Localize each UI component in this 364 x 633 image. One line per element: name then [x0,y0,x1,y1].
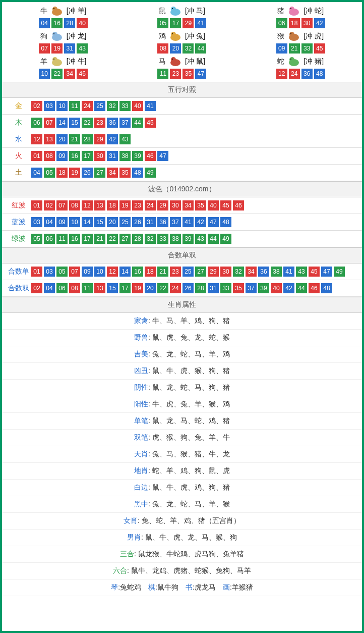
number-ball: 40 [271,283,282,293]
number-ball: 04 [39,18,50,28]
zodiac-name: 鼠 [159,7,166,16]
number-ball: 31 [64,43,75,54]
svg-point-8 [290,8,291,9]
table-row: 红波0102070812131819232429303435404546 [2,197,362,214]
zodiac-clash: [冲 龙] [67,32,87,41]
attr-value: 鼠牛、龙鸡、虎猪、蛇猴、兔狗、马羊 [131,566,251,574]
number-ball: 16 [69,151,80,161]
number-ball: 18 [289,18,300,28]
number-ball: 35 [183,69,194,79]
attr-value: 牛、马、羊、鸡、狗、猪 [152,316,230,325]
row-label: 绿波 [6,234,31,243]
number-ball: 18 [107,200,118,210]
svg-point-7 [289,7,294,12]
number-ball: 40 [77,18,88,28]
row-label: 木 [6,118,31,127]
attr-row: 三合: 鼠龙猴、牛蛇鸡、虎马狗、兔羊猪 [2,546,362,563]
number-ball: 24 [289,69,300,79]
number-ball: 04 [44,217,55,227]
number-ball: 08 [69,200,80,210]
number-ball: 17 [82,151,93,161]
attr-value: 牛、虎、兔、羊、猴、鸡 [152,400,230,408]
zodiac-cell: 羊[冲 牛]10223446 [4,55,123,80]
attr-row: 地肖: 蛇、羊、鸡、狗、鼠、虎 [2,463,362,480]
number-ball: 28 [132,234,143,244]
svg-point-10 [52,32,57,37]
zodiac-cell: 鼠[冲 马]05172941 [123,4,241,29]
number-ball: 26 [183,283,194,293]
zodiac-icon [168,30,183,42]
number-ball: 05 [157,18,168,28]
number-ball: 03 [31,217,42,227]
number-ball: 29 [157,200,168,210]
number-ball: 20 [107,217,118,227]
number-ball: 18 [145,267,156,277]
number-ball: 33 [301,43,313,54]
number-ball: 33 [220,283,231,293]
attr-row: 男肖: 鼠、牛、虎、龙、马、猴、狗 [2,530,362,546]
footer-value: 羊猴猪 [232,583,253,591]
attr-key: 六合 [113,566,127,574]
number-ball: 09 [56,151,68,161]
number-ball: 34 [246,267,257,277]
number-ball: 02 [44,200,55,210]
svg-point-13 [171,32,176,37]
number-ball: 30 [220,267,231,277]
number-ball: 47 [157,151,168,161]
number-ball: 39 [183,234,194,244]
number-ball: 43 [195,234,206,244]
attr-key: 阳性 [134,400,148,408]
number-ball: 19 [51,43,63,54]
table-row: 金02031011242532334041 [2,98,362,115]
attr-value: 鼠、牛、虎、猴、狗、猪 [152,366,230,375]
attr-value: 蛇、羊、鸡、狗、鼠、虎 [152,466,230,474]
number-ball: 44 [208,234,219,244]
zodiac-cell: 马[冲 鼠]11233547 [123,55,241,80]
table-row: 合数双0204060811131517192022242628313335373… [2,280,362,297]
number-ball: 45 [314,43,325,54]
number-ball: 02 [31,283,42,293]
number-ball: 40 [132,101,143,111]
bose-header: 波色（014902.com） [2,181,362,197]
number-ball: 15 [107,283,118,293]
number-ball: 12 [276,69,287,79]
zodiac-icon [49,56,65,68]
number-ball: 42 [107,134,118,144]
number-ball: 44 [296,283,307,293]
svg-point-14 [172,33,173,34]
number-ball: 30 [170,200,181,210]
attr-row: 阳性: 牛、虎、兔、羊、猴、鸡 [2,396,362,413]
svg-point-23 [172,59,173,60]
number-ball: 13 [94,200,105,210]
attr-value: 鼠、虎、兔、龙、蛇、猴 [152,333,230,341]
number-ball: 45 [220,200,231,210]
number-ball: 32 [233,267,244,277]
zodiac-clash: [冲 羊] [67,7,87,16]
number-ball: 46 [77,69,88,79]
zodiac-name: 猪 [277,7,284,16]
number-ball: 27 [94,168,105,178]
svg-point-1 [52,7,57,12]
zodiac-name: 猴 [277,32,284,41]
number-ball: 06 [31,118,42,128]
number-ball: 35 [119,168,131,178]
number-ball: 01 [31,200,42,210]
svg-point-2 [53,8,54,9]
number-ball: 46 [233,200,244,210]
svg-point-17 [290,33,291,34]
number-ball: 28 [64,18,75,28]
number-ball: 41 [195,18,206,28]
number-ball: 05 [31,234,42,244]
zodiac-icon [168,56,183,68]
number-ball: 09 [276,43,287,54]
number-ball: 29 [94,134,105,144]
attr-value: 鼠、龙、马、蛇、鸡、猪 [152,416,230,425]
attr-value: 鼠、牛、虎、鸡、狗、猪 [152,483,230,491]
svg-point-16 [289,32,294,37]
attr-row: 家禽: 牛、马、羊、鸡、狗、猪 [2,313,362,330]
number-ball: 21 [157,267,168,277]
number-ball: 19 [119,200,131,210]
svg-point-20 [53,59,54,60]
row-label: 红波 [6,201,31,210]
number-ball: 05 [56,267,68,277]
